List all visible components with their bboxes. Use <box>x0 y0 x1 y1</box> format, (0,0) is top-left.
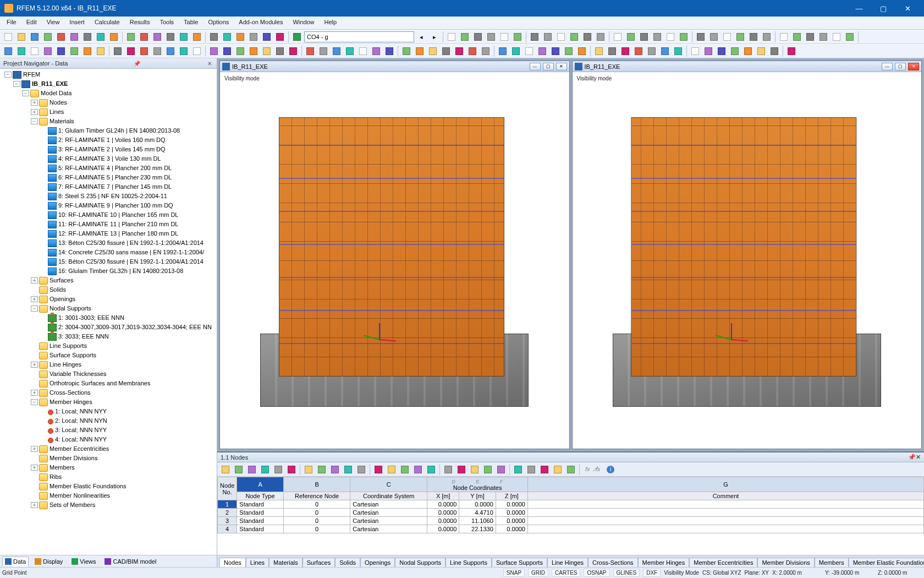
status-grid[interactable]: GRID <box>528 569 548 577</box>
col-letter-a[interactable]: A <box>237 477 284 492</box>
toolbar-button[interactable] <box>512 31 524 43</box>
toolbar-button[interactable] <box>510 45 522 57</box>
tree-row[interactable]: Member Elastic Foundations <box>2 482 215 491</box>
table-help-icon[interactable]: i <box>604 464 617 476</box>
table-tab[interactable]: Member Hinges <box>638 558 690 567</box>
tree-row[interactable]: 7: RF-LAMINATE 7 | Plancher 145 mm DL <box>2 182 215 192</box>
toolbar-button[interactable] <box>372 464 384 476</box>
toolbar-button[interactable] <box>536 45 548 57</box>
toolbar-button[interactable] <box>425 464 437 476</box>
toolbar-button[interactable] <box>755 45 767 57</box>
col-y[interactable]: Y [m] <box>459 492 496 500</box>
table-row[interactable]: 2Standard0Cartesian0.00004.47100.0000 <box>218 509 924 517</box>
toolbar-button[interactable] <box>659 45 671 57</box>
tree-row[interactable]: Variable Thicknesses <box>2 369 215 379</box>
toolbar-button[interactable] <box>485 31 497 43</box>
toolbar-button[interactable] <box>344 45 356 57</box>
tree-row[interactable]: Member Nonlinearities <box>2 491 215 500</box>
toolbar-button[interactable] <box>595 31 607 43</box>
table-row[interactable]: 3Standard0Cartesian0.000011.10600.0000 <box>218 517 924 525</box>
toolbar-button[interactable] <box>55 31 67 43</box>
toolbar-button[interactable] <box>480 45 492 57</box>
tree-row[interactable]: +Surfaces <box>2 276 215 285</box>
tree-row[interactable]: +Lines <box>2 107 215 117</box>
toolbar-button[interactable] <box>355 464 367 476</box>
tree-twisty[interactable]: − <box>13 81 20 87</box>
toolbar-button[interactable] <box>331 45 343 57</box>
toolbar-button[interactable] <box>678 31 690 43</box>
toolbar-button[interactable] <box>412 464 424 476</box>
close-panel-icon[interactable]: ✕ <box>206 61 213 67</box>
row-number[interactable]: 3 <box>218 517 237 525</box>
tree-row[interactable]: +Line Hinges <box>2 360 215 369</box>
table-tab[interactable]: Cross-Sections <box>588 558 638 567</box>
toolbar-button[interactable] <box>555 31 567 43</box>
table-tab[interactable]: Nodes <box>219 558 246 567</box>
toolbar-button[interactable] <box>178 45 190 57</box>
tree-twisty[interactable]: + <box>31 109 38 115</box>
toolbar-button[interactable] <box>542 31 554 43</box>
toolbar-button[interactable] <box>138 45 150 57</box>
toolbar-button[interactable] <box>482 464 494 476</box>
tree-row[interactable]: 1: 3001-3003; EEE NNN <box>2 313 215 323</box>
toolbar-button[interactable] <box>151 31 163 43</box>
menu-view[interactable]: View <box>42 17 64 29</box>
toolbar-button[interactable] <box>400 45 413 57</box>
table-row[interactable]: 1Standard0Cartesian0.00000.00000.0000 <box>218 500 924 509</box>
toolbar-button[interactable] <box>29 31 41 43</box>
toolbar-button[interactable] <box>15 31 28 43</box>
tree-twisty[interactable]: − <box>31 399 38 405</box>
minimize-button[interactable]: — <box>847 0 871 17</box>
status-snap[interactable]: SNAP <box>503 569 525 577</box>
toolbar-button[interactable] <box>399 464 411 476</box>
toolbar-button[interactable] <box>208 31 220 43</box>
table-grid[interactable]: Node No. A B C D E FNode Coordinates G N… <box>217 477 924 555</box>
tree-row[interactable]: 12: RF-LAMINATE 13 | Plancher 180 mm DL <box>2 229 215 238</box>
toolbar-button[interactable] <box>576 45 588 57</box>
toolbar-button[interactable] <box>625 31 637 43</box>
toolbar-button[interactable] <box>651 31 663 43</box>
toolbar-button[interactable] <box>563 45 575 57</box>
toolbar-button[interactable] <box>689 45 701 57</box>
tree-row[interactable]: 4: RF-LAMINATE 3 | Voile 130 mm DL <box>2 154 215 163</box>
nav-tab-cad[interactable]: CAD/BIM model <box>102 557 159 566</box>
toolbar-button[interactable] <box>568 31 580 43</box>
tree-twisty[interactable]: − <box>31 118 38 124</box>
toolbar-button[interactable] <box>606 45 618 57</box>
tree-row[interactable]: 2: Local; NNN NYN <box>2 416 215 426</box>
toolbar-button[interactable] <box>55 45 67 57</box>
tree-row[interactable]: 4: Local; NNN NYY <box>2 435 215 444</box>
tree-row[interactable]: −IB_R11_EXE <box>2 79 215 89</box>
toolbar-button[interactable] <box>221 31 233 43</box>
tree-row[interactable]: 3: Local; NNN NYY <box>2 426 215 435</box>
toolbar-button[interactable] <box>125 31 137 43</box>
toolbar-button[interactable] <box>164 31 177 43</box>
toolbar-button[interactable] <box>329 464 341 476</box>
toolbar-button[interactable] <box>831 31 843 43</box>
maximize-button[interactable]: ▢ <box>871 0 895 17</box>
tree-twisty[interactable]: + <box>31 100 38 106</box>
tree-row[interactable]: +Sets of Members <box>2 500 215 510</box>
status-glines[interactable]: GLINES <box>613 569 640 577</box>
tree-row[interactable]: 9: RF-LAMINATE 9 | Plancher 100 mm DQ <box>2 201 215 210</box>
status-osnap[interactable]: OSNAP <box>584 569 609 577</box>
toolbar-button[interactable] <box>191 45 203 57</box>
tree-row[interactable]: 11: RF-LAMINATE 11 | Plancher 210 mm DL <box>2 220 215 229</box>
toolbar-button[interactable] <box>219 464 232 476</box>
menu-help[interactable]: Help <box>320 17 342 29</box>
tree-row[interactable]: Ribs <box>2 472 215 482</box>
toolbar-button[interactable] <box>29 45 41 57</box>
toolbar-button[interactable] <box>552 464 564 476</box>
table-tab[interactable]: Surface Supports <box>492 558 547 567</box>
toolbar-button[interactable] <box>259 464 271 476</box>
toolbar-button[interactable] <box>817 31 829 43</box>
tree-row[interactable]: 3: RF-LAMINATE 2 | Voiles 145 mm DQ <box>2 145 215 154</box>
toolbar-button[interactable] <box>234 31 246 43</box>
menu-insert[interactable]: Insert <box>65 17 89 29</box>
toolbar-button[interactable] <box>386 464 398 476</box>
toolbar-button[interactable] <box>15 45 28 57</box>
toolbar-button[interactable] <box>538 464 551 476</box>
menu-options[interactable]: Options <box>204 17 233 29</box>
toolbar-button[interactable] <box>742 45 754 57</box>
tree-row[interactable]: −Materials <box>2 117 215 126</box>
